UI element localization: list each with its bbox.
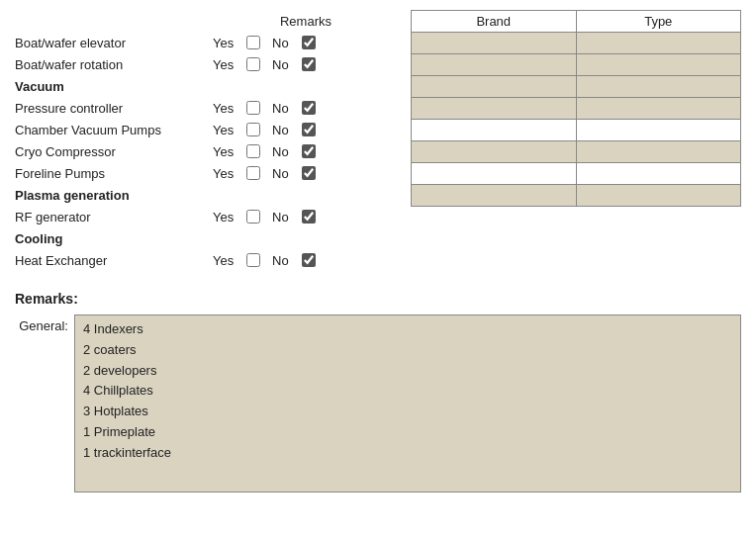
yes-no-area-chamber-vacuum-pumps: YesNo [213,123,318,137]
table-row-7 [412,185,741,207]
yes-checkbox-boat-wafer-rotation[interactable] [246,57,260,71]
row-label-chamber-vacuum-pumps: Chamber Vacuum Pumps [15,123,213,137]
no-checkbox-foreline-pumps[interactable] [302,166,316,180]
yes-label-boat-wafer-elevator: Yes [213,36,240,50]
yes-checkbox-rf-generator[interactable] [246,210,260,224]
row-cooling-header: Cooling [15,227,391,249]
brand-cell-4 [412,120,577,141]
brand-cell-5 [412,141,577,163]
yes-no-area-pressure-controller: YesNo [213,101,318,116]
yes-no-area-heat-exchanger: YesNo [213,253,318,268]
row-boat-wafer-elevator: Boat/wafer elevatorYesNo [15,32,391,53]
no-label-chamber-vacuum-pumps: No [272,123,296,137]
type-cell-5 [576,141,741,163]
type-cell-2 [576,76,741,98]
yes-checkbox-heat-exchanger[interactable] [246,253,260,267]
left-panel: Remarks Boat/wafer elevatorYesNoBoat/waf… [15,10,391,271]
row-label-boat-wafer-elevator: Boat/wafer elevator [15,36,213,50]
remarks-item: 3 Hotplates [83,402,732,422]
brand-cell-7 [412,185,577,207]
yes-label-boat-wafer-rotation: Yes [213,57,240,72]
row-label-cryo-compressor: Cryo Compressor [15,144,213,159]
row-vacuum-header: Vacuum [15,75,391,97]
no-label-cryo-compressor: No [272,144,296,159]
brand-cell-6 [412,163,577,185]
remarks-item: 4 Indexers [83,319,732,340]
remarks-section: Remarks: General: 4 Indexers2 coaters2 d… [15,291,741,493]
yes-checkbox-boat-wafer-elevator[interactable] [246,36,260,49]
brand-type-table: Brand Type [411,10,741,207]
yes-label-pressure-controller: Yes [213,101,240,116]
no-label-boat-wafer-elevator: No [272,36,296,50]
section-header-plasma-header: Plasma generation [15,188,391,203]
row-cryo-compressor: Cryo CompressorYesNo [15,140,391,162]
remarks-item: 4 Chillplates [83,381,732,402]
table-row-6 [412,163,741,185]
section-header-cooling-header: Cooling [15,231,391,246]
remarks-item: 1 Primeplate [83,422,732,443]
yes-label-heat-exchanger: Yes [213,253,240,268]
table-row-4 [412,120,741,141]
no-checkbox-rf-generator[interactable] [302,210,316,224]
no-label-boat-wafer-rotation: No [272,57,296,72]
table-row-2 [412,76,741,98]
remarks-title: Remarks: [15,291,741,307]
remarks-item: 2 coaters [83,340,732,361]
right-panel: Brand Type [411,10,741,271]
row-label-rf-generator: RF generator [15,210,213,225]
no-checkbox-pressure-controller[interactable] [302,101,316,115]
no-checkbox-cryo-compressor[interactable] [302,144,316,158]
no-checkbox-chamber-vacuum-pumps[interactable] [302,123,316,136]
row-foreline-pumps: Foreline PumpsYesNo [15,162,391,184]
row-rf-generator: RF generatorYesNo [15,206,391,227]
row-pressure-controller: Pressure controllerYesNo [15,97,391,119]
table-row-5 [412,141,741,163]
no-label-heat-exchanger: No [272,253,296,268]
yes-label-foreline-pumps: Yes [213,166,240,181]
yes-checkbox-pressure-controller[interactable] [246,101,260,115]
table-row-0 [412,33,741,54]
yes-label-rf-generator: Yes [213,210,240,225]
yes-label-cryo-compressor: Yes [213,144,240,159]
no-label-pressure-controller: No [272,101,296,116]
row-plasma-header: Plasma generation [15,184,391,206]
brand-cell-0 [412,33,577,54]
row-label-pressure-controller: Pressure controller [15,101,213,116]
yes-label-chamber-vacuum-pumps: Yes [213,123,240,137]
type-cell-0 [576,33,741,54]
table-row-3 [412,98,741,120]
type-cell-6 [576,163,741,185]
yes-no-area-cryo-compressor: YesNo [213,144,318,159]
no-checkbox-boat-wafer-rotation[interactable] [302,57,316,71]
yes-checkbox-chamber-vacuum-pumps[interactable] [246,123,260,136]
yes-checkbox-foreline-pumps[interactable] [246,166,260,180]
no-checkbox-boat-wafer-elevator[interactable] [302,36,316,49]
brand-cell-1 [412,54,577,76]
no-label-foreline-pumps: No [272,166,296,181]
row-label-foreline-pumps: Foreline Pumps [15,166,213,181]
no-checkbox-heat-exchanger[interactable] [302,253,316,267]
remarks-box: 4 Indexers2 coaters2 developers4 Chillpl… [74,314,741,493]
row-label-heat-exchanger: Heat Exchanger [15,253,213,268]
row-heat-exchanger: Heat ExchangerYesNo [15,249,391,271]
remarks-item: 1 trackinterface [83,443,732,464]
type-cell-4 [576,120,741,141]
no-label-rf-generator: No [272,210,296,225]
brand-cell-2 [412,76,577,98]
remarks-item: 2 developers [83,361,732,382]
type-cell-3 [576,98,741,120]
yes-checkbox-cryo-compressor[interactable] [246,144,260,158]
section-header-vacuum-header: Vacuum [15,79,391,94]
remarks-col-header: Remarks [280,14,331,29]
row-chamber-vacuum-pumps: Chamber Vacuum PumpsYesNo [15,119,391,140]
remarks-content: General: 4 Indexers2 coaters2 developers… [15,314,741,493]
row-boat-wafer-rotation: Boat/wafer rotationYesNo [15,53,391,75]
type-col-header: Type [576,11,741,33]
yes-no-area-rf-generator: YesNo [213,210,318,225]
type-cell-1 [576,54,741,76]
type-cell-7 [576,185,741,207]
row-label-boat-wafer-rotation: Boat/wafer rotation [15,57,213,72]
yes-no-area-boat-wafer-rotation: YesNo [213,57,318,72]
brand-cell-3 [412,98,577,120]
yes-no-area-boat-wafer-elevator: YesNo [213,36,318,50]
